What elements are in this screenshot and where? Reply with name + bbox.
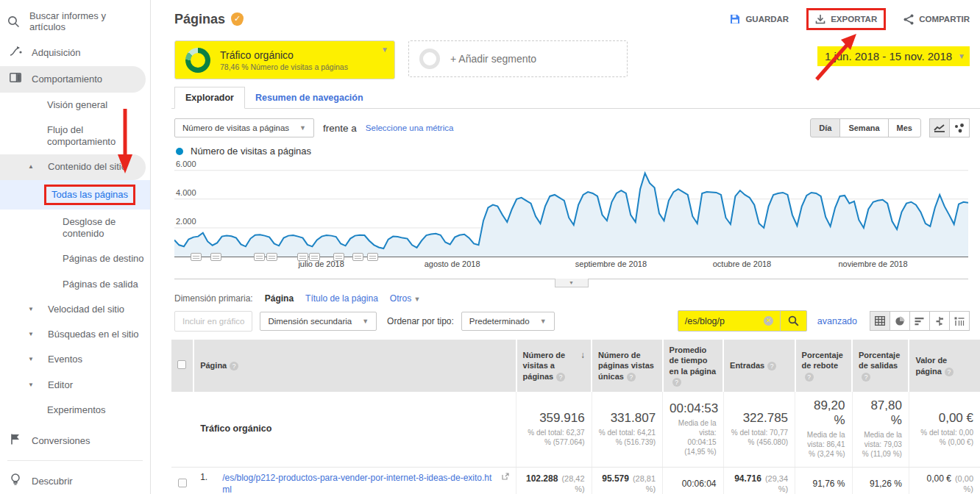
- performance-view-button[interactable]: [909, 311, 930, 331]
- chevron-down-icon: ▼: [958, 52, 965, 60]
- help-icon[interactable]: ?: [230, 362, 238, 370]
- tab-explorador[interactable]: Explorador: [174, 87, 245, 109]
- sidebar-item-flujo-comportamiento[interactable]: Flujo del comportamiento: [0, 118, 150, 155]
- annotation-marker-icon[interactable]: [367, 253, 378, 261]
- help-icon[interactable]: ?: [862, 373, 870, 382]
- data-view-button[interactable]: [870, 311, 890, 331]
- expand-arrow-icon[interactable]: ▼: [28, 306, 37, 313]
- annotation-marker-icon[interactable]: [191, 253, 202, 261]
- add-segment-label: + Añadir segmento: [450, 53, 536, 65]
- date-range-selector[interactable]: 1 jun. 2018 - 15 nov. 2018 ▼: [817, 46, 970, 66]
- annotation-marker-icon[interactable]: [333, 253, 344, 261]
- dimension-otros[interactable]: Otros ▼: [390, 293, 421, 304]
- save-label: GUARDAR: [745, 15, 789, 24]
- metric-select[interactable]: Número de visitas a páginas ▼: [174, 118, 314, 137]
- sidebar-item-paginas-salida[interactable]: Páginas de salida: [0, 272, 150, 297]
- search-submit-button[interactable]: [780, 311, 806, 331]
- motion-chart-button[interactable]: [949, 118, 970, 137]
- table-search[interactable]: /es/blog/p ✕: [678, 310, 807, 332]
- col-rebote[interactable]: Porcentaje de rebote?: [795, 340, 852, 392]
- help-icon[interactable]: ?: [627, 373, 636, 382]
- col-valor[interactable]: Valor de página?: [909, 340, 980, 392]
- annotation-marker-icon[interactable]: [297, 253, 308, 261]
- sidebar-item-paginas-destino[interactable]: Páginas de destino: [0, 246, 150, 271]
- col-visitas[interactable]: ↓Número de visitas a páginas?: [516, 340, 592, 392]
- tab-resumen-navegacion[interactable]: Resumen de navegación: [245, 87, 374, 108]
- secondary-dimension-select[interactable]: Dimensión secundaria ▼: [260, 312, 377, 331]
- search-input-value[interactable]: /es/blog/p: [685, 316, 725, 326]
- annotation-marker-icon[interactable]: [309, 253, 320, 261]
- add-segment-button[interactable]: + Añadir segmento: [408, 40, 628, 77]
- help-icon[interactable]: ?: [556, 373, 565, 382]
- checkbox[interactable]: [178, 479, 187, 487]
- save-button[interactable]: GUARDAR: [730, 14, 789, 24]
- dimension-titulo-pagina[interactable]: Título de la página: [305, 293, 378, 304]
- sort-type-select[interactable]: Predeterminado ▼: [461, 312, 555, 331]
- chevron-down-icon[interactable]: ▼: [381, 46, 388, 54]
- sidebar-item-desglose-contenido[interactable]: Desglose de contenido: [0, 210, 150, 247]
- metric-select-value: Número de visitas a páginas: [182, 124, 289, 132]
- motion-chart-icon: [954, 124, 965, 133]
- sidebar-item-adquisicion[interactable]: Adquisición: [0, 40, 150, 66]
- sidebar-item-velocidad-sitio[interactable]: ▼ Velocidad del sitio: [0, 297, 150, 322]
- sidebar-item-todas-las-paginas[interactable]: Todas las páginas: [0, 180, 150, 210]
- x-axis-month-label: septiembre de 2018: [575, 259, 647, 268]
- versus-label: frente a: [323, 123, 357, 134]
- percentage-view-button[interactable]: [890, 311, 910, 331]
- select-all-header[interactable]: [171, 340, 193, 392]
- search-icon: [788, 315, 799, 326]
- day-button[interactable]: Día: [810, 118, 840, 137]
- col-vistas-unicas[interactable]: Número de páginas vistas únicas?: [592, 340, 663, 392]
- col-promedio-tiempo[interactable]: Promedio de tiempo en la página?: [663, 340, 723, 392]
- active-segment-chip[interactable]: Tráfico orgánico 78,46 % Número de visit…: [174, 40, 395, 79]
- advanced-filter-link[interactable]: avanzado: [817, 316, 857, 326]
- expand-arrow-icon[interactable]: ▼: [28, 356, 37, 363]
- sidebar-item-comportamiento[interactable]: Comportamiento: [0, 66, 146, 92]
- sidebar-item-contenido-del-sitio[interactable]: ▲ Contenido del sitio: [0, 154, 146, 179]
- sidebar-item-conversiones[interactable]: Conversiones: [0, 427, 150, 454]
- plot-rows-button[interactable]: Incluir en gráfico: [174, 311, 252, 332]
- sidebar-item-eventos[interactable]: ▼ Eventos: [0, 347, 150, 372]
- red-highlight-box[interactable]: Todas las páginas: [44, 185, 135, 205]
- annotation-marker-icon[interactable]: [266, 253, 277, 261]
- traffic-line-chart[interactable]: 6.000 4.000 2.000: [174, 162, 968, 257]
- sidebar-item-descubrir[interactable]: Descubrir: [0, 467, 150, 494]
- report-search[interactable]: Buscar informes y artículos: [0, 4, 150, 40]
- help-icon[interactable]: ?: [945, 368, 954, 376]
- help-icon[interactable]: ?: [672, 378, 681, 387]
- sidebar-item-label: Páginas de destino: [63, 253, 144, 265]
- annotation-marker-icon[interactable]: [352, 253, 363, 261]
- clear-search-icon[interactable]: ✕: [764, 316, 773, 326]
- export-button[interactable]: EXPORTAR: [806, 8, 886, 30]
- sidebar: Buscar informes y artículos Adquisición …: [0, 0, 151, 494]
- annotation-marker-icon[interactable]: [210, 253, 221, 261]
- total-bounce: 89,20 %: [802, 398, 845, 428]
- col-pagina[interactable]: Página?: [193, 340, 516, 392]
- collapse-arrow-icon[interactable]: ▲: [28, 163, 37, 171]
- external-link-icon[interactable]: [502, 473, 509, 480]
- col-entradas[interactable]: Entradas?: [723, 340, 795, 392]
- pivot-view-button[interactable]: [949, 311, 970, 331]
- x-axis-month-label: agosto de 2018: [425, 259, 480, 268]
- sidebar-item-editor[interactable]: ▼ Editor: [0, 373, 150, 398]
- sidebar-item-vision-general[interactable]: Visión general: [0, 93, 150, 118]
- month-button[interactable]: Mes: [888, 118, 921, 137]
- expand-arrow-icon[interactable]: ▼: [28, 331, 37, 338]
- chart-collapse-handle[interactable]: ▼: [555, 279, 589, 287]
- page-link[interactable]: /es/blog/p212-productos-para-vender-por-…: [222, 472, 497, 494]
- select-metric-link[interactable]: Seleccione una métrica: [366, 124, 454, 132]
- checkbox[interactable]: [177, 360, 186, 369]
- share-button[interactable]: COMPARTIR: [903, 14, 970, 25]
- annotation-marker-icon[interactable]: [254, 253, 265, 261]
- expand-arrow-icon[interactable]: ▼: [28, 382, 37, 389]
- sidebar-item-busquedas-sitio[interactable]: ▼ Búsquedas en el sitio: [0, 322, 150, 347]
- verified-shield-icon: ✓: [231, 12, 244, 26]
- dimension-pagina[interactable]: Página: [265, 293, 294, 304]
- sidebar-item-experimentos[interactable]: Experimentos: [0, 398, 150, 423]
- week-button[interactable]: Semana: [839, 118, 888, 137]
- line-chart-button[interactable]: [929, 118, 950, 137]
- help-icon[interactable]: ?: [767, 362, 776, 370]
- col-salidas[interactable]: Porcentaje de salidas?: [852, 340, 909, 392]
- help-icon[interactable]: ?: [805, 373, 814, 382]
- comparison-view-button[interactable]: [929, 311, 950, 331]
